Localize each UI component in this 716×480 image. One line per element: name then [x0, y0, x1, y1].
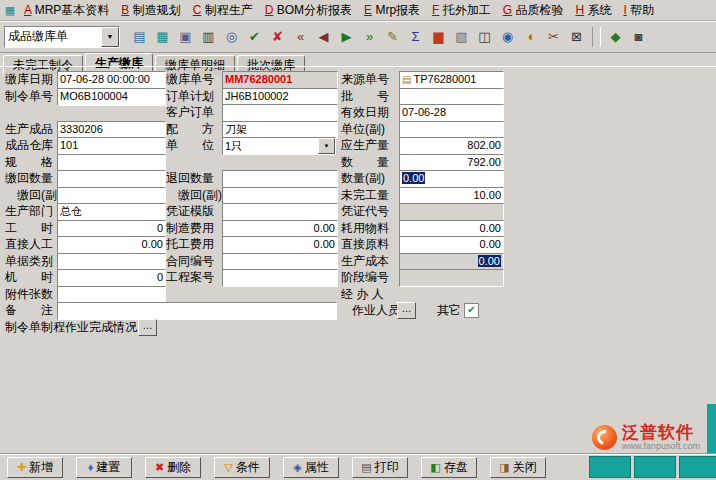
status-cell — [679, 456, 716, 478]
beizhu-input[interactable] — [57, 302, 337, 320]
delete-button-label: 删除 — [167, 459, 191, 476]
gongcheng-anhao-input[interactable] — [222, 269, 338, 287]
jiaoku-danhao-label: 缴库单号 — [166, 71, 214, 87]
laiyuan-danhao-input[interactable]: ▤TP76280001 — [399, 71, 504, 89]
ji-shi-label: 机 时 — [5, 269, 53, 285]
yingshengchanliang-label: 应生产量 — [341, 137, 389, 153]
print-button-label: 打印 — [375, 459, 399, 476]
jiaoku-riqi-label: 缴库日期 — [5, 71, 53, 87]
zhiling-danhao-input[interactable]: MO6B100004 — [57, 88, 166, 106]
menu-item[interactable]: I 帮助 — [617, 1, 660, 20]
chengpin-cangku-label: 成品仓库 — [5, 137, 53, 153]
side-strip — [707, 404, 716, 454]
delete-button[interactable]: ✖删除 — [145, 457, 201, 478]
yingshengchanliang-input[interactable]: 802.00 — [399, 137, 504, 155]
app-icon: ▦ — [2, 4, 18, 17]
grid-icon[interactable]: ▦ — [151, 26, 174, 48]
first-record-icon[interactable]: « — [289, 26, 312, 48]
jieduan-bianhao-input[interactable] — [399, 269, 504, 287]
chart-icon[interactable]: ▆ — [427, 26, 450, 48]
zhijie-yuanliao-input[interactable]: 0.00 — [399, 236, 504, 254]
menu-item[interactable]: H 系统 — [569, 1, 617, 20]
jiaohui-shuliang-input[interactable] — [57, 170, 166, 188]
print-icon[interactable]: ▥ — [197, 26, 220, 48]
properties-button[interactable]: ◈属性 — [283, 457, 339, 478]
prev-record-icon[interactable]: ◀ — [312, 26, 335, 48]
menu-item[interactable]: C 制程生产 — [187, 1, 259, 20]
shengchan-bumen-input[interactable]: 总仓 — [57, 203, 166, 221]
globe-icon[interactable]: ◉ — [496, 26, 519, 48]
toolbar-icons: ▤▦▣▥◎✔✘«◀▶»✎Σ▆▧◫◉◖✂⊠◆◙ — [128, 26, 650, 48]
menu-item[interactable]: G 品质检验 — [497, 1, 570, 20]
condition-button[interactable]: ▽条件 — [214, 457, 270, 478]
lock-icon[interactable]: ◆ — [604, 26, 627, 48]
haoyong-wuliao-label: 耗用物料 — [341, 220, 389, 236]
danwei-input[interactable]: 1只▼ — [222, 137, 336, 155]
scissors-icon[interactable]: ✂ — [542, 26, 565, 48]
condition-icon: ▽ — [224, 461, 232, 474]
toolbar: 成品缴库单 ▼ ▤▦▣▥◎✔✘«◀▶»✎Σ▆▧◫◉◖✂⊠◆◙ — [0, 21, 716, 53]
doc-type-value: 成品缴库单 — [5, 28, 101, 45]
zhiling-danhao-label: 制令单号 — [5, 88, 53, 104]
pencil-icon[interactable]: ✎ — [381, 26, 404, 48]
close-button-label: 关闭 — [513, 459, 537, 476]
zhijie-rengong-input[interactable]: 0.00 — [57, 236, 166, 254]
jiaoku-riqi-input[interactable]: 07-06-28 00:00:00 — [57, 71, 166, 89]
close-button[interactable]: ◨关闭 — [490, 457, 546, 478]
next-record-icon[interactable]: ▶ — [335, 26, 358, 48]
status-cell — [634, 456, 676, 478]
weiwangongliang-label: 未完工量 — [341, 187, 389, 203]
zuoye-renyuan-label: 作业人员 — [352, 302, 400, 318]
fanpu-logo-icon — [592, 425, 617, 450]
preview-icon[interactable]: ◎ — [220, 26, 243, 48]
sum-icon[interactable]: Σ — [404, 26, 427, 48]
last-record-icon[interactable]: » — [358, 26, 381, 48]
condition-button-label: 条件 — [236, 459, 260, 476]
calendar-icon[interactable]: ▧ — [450, 26, 473, 48]
close-icon[interactable]: ⊠ — [565, 26, 588, 48]
pingzheng-daihao-input[interactable] — [399, 203, 504, 221]
chevron-down-icon[interactable]: ▼ — [318, 138, 335, 154]
menu-item[interactable]: F 托外加工 — [426, 1, 497, 20]
pi-hao-label: 批 号 — [341, 88, 389, 104]
menu-item[interactable]: A MRP基本资料 — [18, 1, 115, 20]
zhicheng-zuoye-ellipsis-button[interactable]: … — [138, 319, 157, 336]
save-button-label: 存盘 — [444, 459, 468, 476]
properties-icon: ◈ — [293, 461, 301, 474]
menu-item[interactable]: B 制造规划 — [115, 1, 186, 20]
tuihui-shuliang-input[interactable] — [222, 170, 338, 188]
check-icon[interactable]: ✔ — [243, 26, 266, 48]
delete-icon: ✖ — [155, 461, 164, 474]
doc-type-select[interactable]: 成品缴库单 ▼ — [4, 26, 120, 48]
document-icon: ▤ — [402, 74, 411, 85]
new-doc-icon[interactable]: ▤ — [128, 26, 151, 48]
zhijie-yuanliao-label: 直接原料 — [341, 236, 389, 252]
youxiao-riqi-input[interactable]: 07-06-28 — [399, 104, 504, 122]
shuliang-fu-input[interactable]: 0.00 — [399, 170, 504, 188]
calculator-icon[interactable]: ◫ — [473, 26, 496, 48]
jiaoku-danhao-input[interactable]: MM76280001 — [222, 71, 338, 89]
menu-item[interactable]: E Mrp报表 — [358, 1, 426, 20]
zuoye-renyuan-ellipsis-button[interactable]: … — [397, 302, 416, 319]
other-checkbox[interactable]: ✔ — [464, 303, 479, 318]
shengchan-chengben-label: 生产成本 — [341, 253, 389, 269]
shuliang-fu-label: 数量(副) — [341, 170, 385, 186]
chengpin-cangku-input[interactable]: 101 — [57, 137, 166, 155]
delete-icon[interactable]: ✘ — [266, 26, 289, 48]
gong-shi-label: 工 时 — [5, 220, 53, 236]
print-button[interactable]: ▤打印 — [352, 457, 408, 478]
chevron-down-icon[interactable]: ▼ — [101, 27, 119, 47]
menu-item[interactable]: D BOM分析报表 — [259, 1, 358, 20]
zhicheng-zuoye-label: 制令单制程作业完成情况 — [5, 319, 137, 335]
tuogong-feiyong-input[interactable]: 0.00 — [222, 236, 338, 254]
kehu-dingdan-input[interactable] — [222, 104, 338, 122]
speaker-icon[interactable]: ◖ — [519, 26, 542, 48]
exit-icon[interactable]: ◙ — [627, 26, 650, 48]
shengchan-chengpin-label: 生产成品 — [5, 121, 53, 137]
save-icon[interactable]: ▣ — [174, 26, 197, 48]
save-button[interactable]: ◧存盘 — [421, 457, 477, 478]
build-button[interactable]: ♦建置 — [76, 457, 132, 478]
ji-shi-input[interactable]: 0 — [57, 269, 166, 287]
pingzheng-moban-input[interactable] — [222, 203, 338, 221]
add-button[interactable]: ✚新增 — [7, 457, 63, 478]
